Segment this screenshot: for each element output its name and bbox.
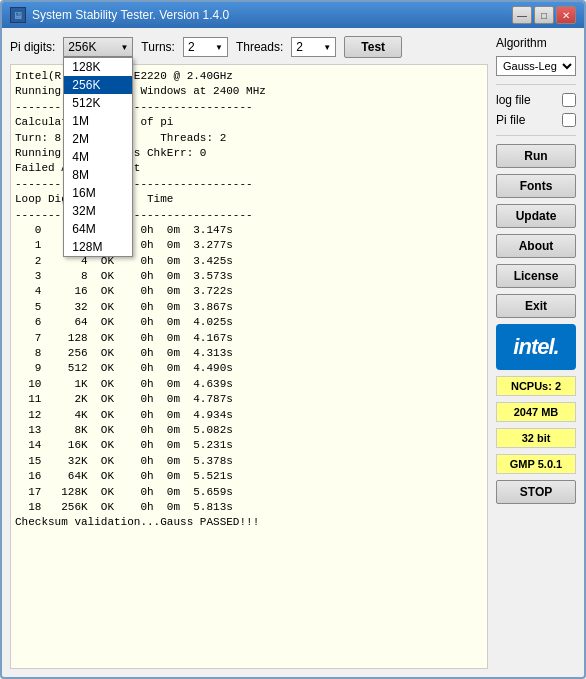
- threads-button[interactable]: 2 ▼: [291, 37, 336, 57]
- app-icon: 🖥: [10, 7, 26, 23]
- ncpus-badge: NCPUs: 2: [496, 376, 576, 396]
- exit-button[interactable]: Exit: [496, 294, 576, 318]
- maximize-button[interactable]: □: [534, 6, 554, 24]
- pi-option-4m[interactable]: 4M: [64, 148, 132, 166]
- update-button[interactable]: Update: [496, 204, 576, 228]
- algorithm-select[interactable]: Gauss-Leg.: [496, 56, 576, 76]
- pi-file-row: Pi file: [496, 113, 576, 127]
- pi-option-1m[interactable]: 1M: [64, 112, 132, 130]
- pi-digits-button[interactable]: 256K ▼: [63, 37, 133, 57]
- pi-digits-arrow-icon: ▼: [120, 43, 128, 52]
- algorithm-label: Algorithm: [496, 36, 576, 50]
- test-button[interactable]: Test: [344, 36, 402, 58]
- pi-option-64m[interactable]: 64M: [64, 220, 132, 238]
- license-button[interactable]: License: [496, 264, 576, 288]
- pi-option-128m[interactable]: 128M: [64, 238, 132, 256]
- close-button[interactable]: ✕: [556, 6, 576, 24]
- pi-digits-value: 256K: [68, 40, 96, 54]
- threads-value: 2: [296, 40, 303, 54]
- run-button[interactable]: Run: [496, 144, 576, 168]
- main-content: Pi digits: 256K ▼ 128K 256K 512K 1M 2M 4…: [2, 28, 584, 677]
- pi-option-128k[interactable]: 128K: [64, 58, 132, 76]
- stop-button[interactable]: STOP: [496, 480, 576, 504]
- left-panel: Pi digits: 256K ▼ 128K 256K 512K 1M 2M 4…: [10, 36, 488, 669]
- turns-button[interactable]: 2 ▼: [183, 37, 228, 57]
- turns-label: Turns:: [141, 40, 175, 54]
- bits-badge: 32 bit: [496, 428, 576, 448]
- turns-dropdown[interactable]: 2 ▼: [183, 37, 228, 57]
- log-file-checkbox[interactable]: [562, 93, 576, 107]
- title-bar: 🖥 System Stability Tester. Version 1.4.0…: [2, 2, 584, 28]
- title-bar-left: 🖥 System Stability Tester. Version 1.4.0: [10, 7, 229, 23]
- threads-arrow-icon: ▼: [323, 43, 331, 52]
- minimize-button[interactable]: —: [512, 6, 532, 24]
- divider-2: [496, 135, 576, 136]
- toolbar: Pi digits: 256K ▼ 128K 256K 512K 1M 2M 4…: [10, 36, 488, 58]
- pi-file-checkbox[interactable]: [562, 113, 576, 127]
- memory-badge: 2047 MB: [496, 402, 576, 422]
- threads-dropdown[interactable]: 2 ▼: [291, 37, 336, 57]
- pi-option-32m[interactable]: 32M: [64, 202, 132, 220]
- divider-1: [496, 84, 576, 85]
- fonts-button[interactable]: Fonts: [496, 174, 576, 198]
- window-title: System Stability Tester. Version 1.4.0: [32, 8, 229, 22]
- pi-option-2m[interactable]: 2M: [64, 130, 132, 148]
- turns-value: 2: [188, 40, 195, 54]
- pi-file-label: Pi file: [496, 113, 525, 127]
- turns-arrow-icon: ▼: [215, 43, 223, 52]
- log-file-label: log file: [496, 93, 531, 107]
- intel-badge: intel.: [496, 324, 576, 370]
- pi-option-8m[interactable]: 8M: [64, 166, 132, 184]
- right-panel: Algorithm Gauss-Leg. log file Pi file Ru…: [496, 36, 576, 669]
- pi-digits-dropdown[interactable]: 256K ▼ 128K 256K 512K 1M 2M 4M 8M 16M 32…: [63, 37, 133, 57]
- threads-label: Threads:: [236, 40, 283, 54]
- pi-digits-menu: 128K 256K 512K 1M 2M 4M 8M 16M 32M 64M 1…: [63, 57, 133, 257]
- gmp-badge: GMP 5.0.1: [496, 454, 576, 474]
- pi-option-256k[interactable]: 256K: [64, 76, 132, 94]
- window-controls: — □ ✕: [512, 6, 576, 24]
- pi-option-512k[interactable]: 512K: [64, 94, 132, 112]
- pi-digits-label: Pi digits:: [10, 40, 55, 54]
- pi-option-16m[interactable]: 16M: [64, 184, 132, 202]
- log-file-row: log file: [496, 93, 576, 107]
- about-button[interactable]: About: [496, 234, 576, 258]
- main-window: 🖥 System Stability Tester. Version 1.4.0…: [0, 0, 586, 679]
